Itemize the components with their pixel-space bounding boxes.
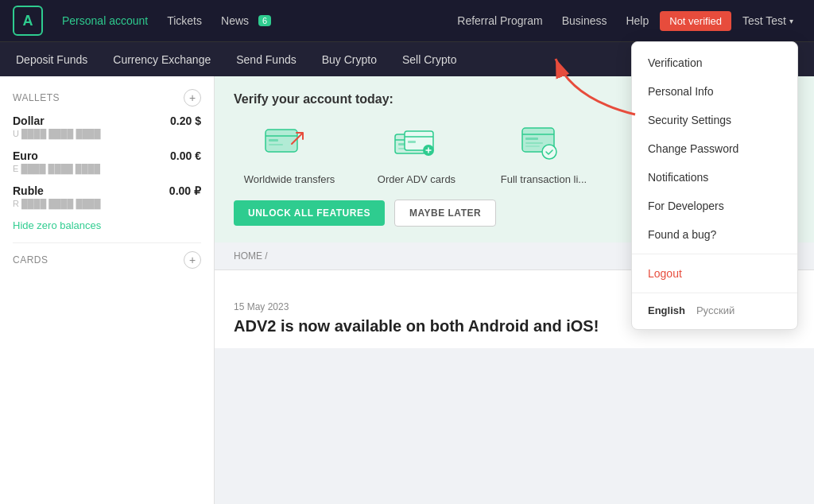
svg-rect-2	[269, 144, 283, 145]
subnav-sell-crypto[interactable]: Sell Crypto	[390, 42, 469, 77]
dropdown-change-password[interactable]: Change Password	[632, 134, 797, 163]
nav-news[interactable]: News	[213, 10, 257, 32]
wallet-dollar-sub: U ████ ████ ████	[13, 129, 201, 138]
svg-rect-12	[525, 145, 540, 147]
nav-links-right: Referral Program Business Help Not verif…	[449, 10, 801, 32]
wallet-ruble-amount: 0.00 ₽	[169, 184, 201, 197]
logo-text: A	[23, 13, 33, 29]
svg-rect-10	[525, 138, 538, 140]
hide-zero-balances[interactable]: Hide zero balances	[13, 219, 201, 231]
dropdown-for-developers[interactable]: For Developers	[632, 192, 797, 220]
wallet-dollar-name: Dollar	[13, 114, 45, 127]
lang-russian[interactable]: Русский	[696, 304, 735, 316]
dropdown-security-settings[interactable]: Security Settings	[632, 106, 797, 134]
subnav-buy-crypto[interactable]: Buy Crypto	[309, 42, 390, 77]
dropdown-personal-info[interactable]: Personal Info	[632, 77, 797, 106]
wallet-ruble: Ruble 0.00 ₽ R ████ ████ ████	[13, 184, 201, 208]
add-card-button[interactable]: +	[184, 251, 201, 269]
subnav-send[interactable]: Send Funds	[223, 42, 309, 77]
tx-label: Full transaction li...	[501, 173, 587, 185]
news-badge: 6	[258, 15, 271, 26]
wallets-section-header: Wallets +	[13, 89, 201, 107]
svg-rect-7	[408, 141, 416, 143]
wallet-euro-name: Euro	[13, 149, 38, 162]
nav-links-left: Personal account Tickets News 6	[54, 10, 449, 32]
maybe-later-button[interactable]: MAYBE LATER	[394, 200, 496, 227]
chevron-down-icon: ▾	[789, 17, 793, 25]
nav-business[interactable]: Business	[554, 10, 615, 32]
dropdown-verification[interactable]: Verification	[632, 48, 797, 77]
verify-card-tx: Full transaction li...	[488, 119, 599, 185]
tx-icon	[512, 119, 576, 167]
subnav-deposit[interactable]: Deposit Funds	[16, 42, 100, 77]
dropdown-divider	[632, 254, 797, 254]
wallet-ruble-name: Ruble	[13, 184, 44, 197]
cards-section-header: Cards +	[13, 251, 201, 269]
top-nav: A Personal account Tickets News 6 Referr…	[0, 0, 814, 41]
adv-card-icon	[385, 119, 448, 167]
not-verified-button[interactable]: Not verified	[660, 11, 731, 31]
dropdown-logout[interactable]: Logout	[632, 259, 797, 288]
wallets-title: Wallets	[13, 92, 60, 103]
sidebar: Wallets + Dollar 0.20 $ U ████ ████ ████…	[0, 76, 215, 504]
svg-point-13	[542, 145, 556, 159]
adv-label: Order ADV cards	[378, 173, 455, 185]
dropdown-found-bug[interactable]: Found a bug?	[632, 220, 797, 249]
lang-english[interactable]: English	[648, 304, 685, 316]
verify-card-adv: Order ADV cards	[361, 119, 472, 185]
subnav-exchange[interactable]: Currency Exchange	[100, 42, 223, 77]
svg-rect-1	[269, 139, 278, 142]
nav-referral[interactable]: Referral Program	[449, 10, 550, 32]
wallet-euro-amount: 0.00 €	[170, 149, 201, 162]
logo[interactable]: A	[13, 6, 43, 36]
user-dropdown-menu: Verification Personal Info Security Sett…	[631, 41, 798, 330]
verify-card-transfers: Worldwide transfers	[234, 119, 345, 185]
user-menu-trigger[interactable]: Test Test ▾	[735, 10, 801, 32]
sidebar-divider	[13, 242, 201, 243]
user-label: Test Test	[742, 14, 786, 27]
dropdown-notifications[interactable]: Notifications	[632, 163, 797, 192]
nav-help[interactable]: Help	[618, 10, 657, 32]
transfers-icon	[258, 119, 321, 167]
add-wallet-button[interactable]: +	[184, 89, 201, 107]
cards-title: Cards	[13, 254, 48, 266]
language-selector: English Русский	[632, 298, 797, 323]
unlock-button[interactable]: UNLOCK ALL FEATURES	[234, 200, 385, 226]
dropdown-divider-2	[632, 293, 797, 293]
wallet-dollar-amount: 0.20 $	[170, 114, 201, 127]
wallet-euro-sub: E ████ ████ ████	[13, 164, 201, 173]
nav-personal-account[interactable]: Personal account	[54, 10, 156, 32]
wallet-euro: Euro 0.00 € E ████ ████ ████	[13, 149, 201, 173]
nav-tickets[interactable]: Tickets	[159, 10, 210, 32]
wallet-ruble-sub: R ████ ████ ████	[13, 199, 201, 208]
transfers-label: Worldwide transfers	[244, 173, 335, 185]
svg-rect-11	[525, 142, 543, 144]
wallet-dollar: Dollar 0.20 $ U ████ ████ ████	[13, 114, 201, 138]
